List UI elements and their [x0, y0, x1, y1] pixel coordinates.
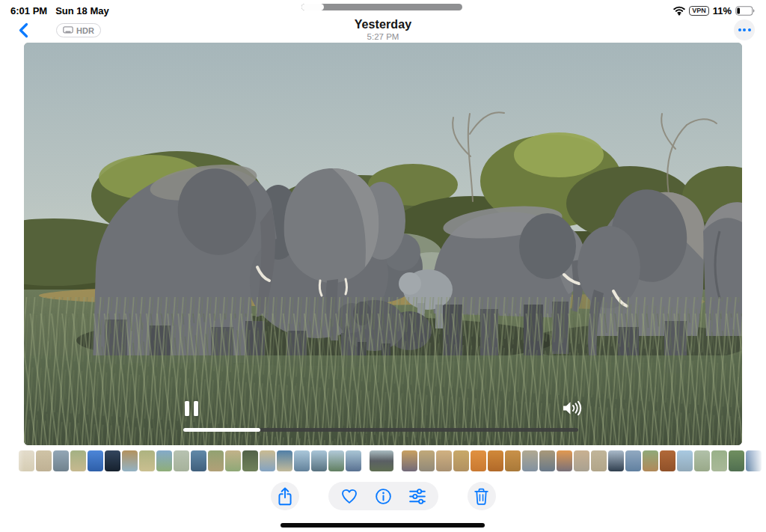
thumbnail[interactable] [694, 450, 710, 471]
status-right: VPN 11% [673, 5, 756, 16]
thumbnail[interactable] [660, 450, 675, 471]
pause-button[interactable] [185, 401, 198, 416]
top-progress-bar[interactable] [301, 4, 462, 10]
page-subtitle: 5:27 PM [0, 32, 766, 41]
info-button[interactable] [374, 487, 393, 506]
status-date: Sun 18 May [55, 5, 109, 16]
thumbnail[interactable] [70, 450, 86, 471]
thumbnail[interactable] [643, 450, 658, 471]
more-options-button[interactable] [734, 19, 755, 40]
hdr-badge: HDR [56, 23, 101, 37]
thumbnail[interactable] [625, 450, 641, 471]
battery-icon [735, 6, 756, 16]
thumbnail[interactable] [419, 450, 435, 471]
thumbnail[interactable] [505, 450, 521, 471]
heart-icon [340, 487, 359, 505]
adjust-button[interactable] [408, 487, 427, 506]
thumbnail[interactable] [488, 450, 503, 471]
thumbnail[interactable] [591, 450, 607, 471]
thumbnail[interactable] [294, 450, 310, 471]
thumbnail[interactable] [19, 450, 34, 471]
info-icon [374, 487, 393, 506]
thumbnail[interactable] [729, 450, 744, 471]
hdr-label: HDR [76, 26, 94, 35]
display-icon [63, 26, 73, 34]
share-button[interactable] [271, 482, 299, 510]
thumbnail-strip-track[interactable] [0, 450, 766, 471]
thumbnail[interactable] [402, 450, 417, 471]
thumbnail[interactable] [746, 450, 762, 471]
thumbnail-strip[interactable] [0, 450, 766, 471]
delete-button[interactable] [468, 482, 496, 510]
thumbnail[interactable] [328, 450, 344, 471]
page-title: Yesterday [0, 18, 766, 31]
thumbnail[interactable] [574, 450, 589, 471]
foreground-grass [24, 297, 742, 445]
thumbnail[interactable] [191, 450, 206, 471]
thumbnail[interactable] [453, 450, 469, 471]
video-scrubber-fill [183, 428, 260, 432]
sliders-icon [408, 487, 427, 506]
thumbnail[interactable] [311, 450, 327, 471]
back-button[interactable] [13, 21, 33, 39]
thumbnail[interactable] [156, 450, 172, 471]
volume-button[interactable] [562, 400, 582, 417]
status-left: 6:01 PM Sun 18 May [10, 5, 109, 16]
thumbnail[interactable] [539, 450, 555, 471]
thumbnail[interactable] [522, 450, 538, 471]
thumbnail[interactable] [242, 450, 258, 471]
vpn-badge: VPN [689, 6, 709, 16]
top-progress-fill [301, 4, 324, 10]
battery-percent: 11% [713, 5, 732, 16]
thumbnail[interactable] [557, 450, 572, 471]
trash-icon [472, 486, 491, 506]
video-scene [24, 43, 742, 445]
thumbnail[interactable] [105, 450, 120, 471]
thumbnail[interactable] [53, 450, 69, 471]
actions-pill [328, 482, 438, 510]
chevron-left-icon [19, 22, 28, 38]
thumbnail[interactable] [208, 450, 224, 471]
video-scrubber[interactable] [183, 428, 578, 432]
photos-app-screen: 6:01 PM Sun 18 May VPN 11% [0, 0, 766, 532]
thumbnail[interactable] [763, 450, 766, 471]
thumbnail[interactable] [139, 450, 155, 471]
thumbnail[interactable] [36, 450, 52, 471]
thumbnail[interactable] [277, 450, 292, 471]
thumbnail[interactable] [122, 450, 138, 471]
share-icon [275, 486, 295, 507]
thumbnail[interactable] [677, 450, 693, 471]
thumbnail-current[interactable] [370, 450, 393, 471]
favorite-button[interactable] [340, 487, 359, 505]
thumbnail[interactable] [711, 450, 727, 471]
bottom-toolbar [0, 482, 766, 510]
status-time: 6:01 PM [10, 5, 47, 16]
thumbnail[interactable] [88, 450, 103, 471]
thumbnail[interactable] [436, 450, 452, 471]
thumbnail[interactable] [608, 450, 624, 471]
pause-icon [185, 401, 189, 416]
ellipsis-icon [738, 28, 741, 31]
thumbnail[interactable] [260, 450, 275, 471]
thumbnail[interactable] [225, 450, 241, 471]
nav-title-group: Yesterday 5:27 PM [0, 18, 766, 41]
speaker-waves-icon [563, 402, 580, 415]
thumbnail[interactable] [471, 450, 486, 471]
thumbnail[interactable] [174, 450, 189, 471]
video-frame[interactable] [24, 43, 742, 445]
home-indicator[interactable] [281, 523, 485, 528]
wifi-icon [673, 5, 685, 16]
thumbnail[interactable] [346, 450, 361, 471]
